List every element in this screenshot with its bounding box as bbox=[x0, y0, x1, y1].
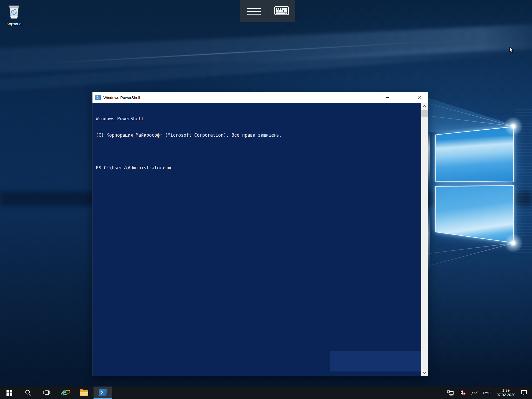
window-title: Windows PowerShell bbox=[103, 95, 140, 100]
console-scrollbar[interactable] bbox=[421, 103, 428, 376]
search-button[interactable] bbox=[19, 387, 37, 399]
recycle-bin-icon bbox=[6, 16, 22, 21]
wallpaper-corner-glint bbox=[502, 232, 524, 254]
network-icon bbox=[447, 390, 454, 396]
file-explorer-icon bbox=[80, 389, 88, 396]
minimize-icon bbox=[386, 97, 389, 98]
powershell-icon bbox=[98, 389, 107, 396]
keyboard-button[interactable] bbox=[268, 0, 296, 22]
wallpaper-glow-triangle bbox=[426, 88, 516, 132]
wallpaper-light-beam bbox=[0, 23, 532, 75]
windows-logo-icon bbox=[6, 390, 12, 396]
volume-tray-button[interactable] bbox=[457, 387, 469, 399]
action-center-button[interactable] bbox=[518, 387, 530, 399]
recycle-bin-desktop-icon[interactable]: Корзина bbox=[3, 4, 25, 26]
chevron-up-icon bbox=[423, 105, 426, 107]
keyboard-icon bbox=[274, 6, 289, 16]
recycle-bin-label: Корзина bbox=[3, 22, 25, 26]
task-view-icon bbox=[43, 390, 50, 396]
scrollbar-up-button[interactable] bbox=[421, 103, 428, 109]
action-center-icon bbox=[521, 390, 527, 396]
console-line: (C) Корпорация Майкрософт (Microsoft Cor… bbox=[96, 132, 420, 138]
start-button[interactable] bbox=[0, 387, 19, 399]
menu-button[interactable] bbox=[240, 0, 268, 22]
language-indicator[interactable]: РУС bbox=[481, 387, 494, 399]
hamburger-icon bbox=[247, 8, 261, 15]
task-view-button[interactable] bbox=[37, 387, 56, 399]
wallpaper-corner-glint bbox=[502, 115, 524, 137]
wallpaper-light-beam bbox=[0, 42, 530, 92]
tray-time: 1:39 bbox=[502, 388, 510, 393]
powershell-app-icon bbox=[95, 95, 101, 100]
windows-logo-bottom-pane bbox=[435, 185, 514, 243]
powershell-taskbar-button[interactable] bbox=[94, 387, 112, 399]
network-tray-button[interactable] bbox=[444, 387, 457, 399]
wallpaper-light-streak bbox=[47, 41, 436, 64]
windows-desktop: Корзина bbox=[0, 0, 532, 399]
volume-muted-icon bbox=[459, 390, 466, 396]
taskbar: e bbox=[0, 387, 532, 399]
prompt-text: PS C:\Users\Administrator> bbox=[96, 165, 165, 170]
mouse-cursor bbox=[509, 47, 514, 55]
powershell-window: Windows PowerShell Windows PowerShell (C… bbox=[92, 92, 428, 376]
internet-explorer-button[interactable]: e bbox=[56, 387, 75, 399]
windows-logo-top-pane bbox=[435, 126, 514, 182]
minimize-button[interactable] bbox=[380, 92, 396, 103]
console-area[interactable]: Windows PowerShell (C) Корпорация Майкро… bbox=[92, 103, 428, 376]
console-highlight-region bbox=[330, 351, 421, 371]
text-cursor bbox=[168, 167, 171, 169]
windows-ink-tray-button[interactable] bbox=[469, 387, 481, 399]
search-icon bbox=[25, 389, 31, 396]
scrollbar-thumb[interactable] bbox=[421, 110, 428, 117]
internet-explorer-icon: e bbox=[61, 389, 70, 397]
close-icon bbox=[418, 96, 422, 99]
caption-buttons bbox=[380, 92, 428, 103]
maximize-icon bbox=[402, 96, 405, 99]
clock[interactable]: 1:39 07.02.2020 bbox=[494, 387, 518, 399]
chevron-down-icon bbox=[423, 372, 426, 374]
console-blank-line bbox=[96, 149, 420, 154]
tray-date: 07.02.2020 bbox=[496, 393, 515, 397]
file-explorer-button[interactable] bbox=[75, 387, 94, 399]
system-tray: РУС 1:39 07.02.2020 bbox=[444, 387, 532, 399]
pen-icon bbox=[471, 390, 478, 395]
maximize-button[interactable] bbox=[396, 92, 412, 103]
close-button[interactable] bbox=[412, 92, 428, 103]
vm-console-toolbar bbox=[240, 0, 295, 22]
console-output: Windows PowerShell (C) Корпорация Майкро… bbox=[96, 105, 420, 182]
scrollbar-down-button[interactable] bbox=[421, 370, 428, 376]
console-prompt-line: PS C:\Users\Administrator> bbox=[96, 165, 420, 171]
powershell-titlebar[interactable]: Windows PowerShell bbox=[92, 92, 428, 103]
console-line: Windows PowerShell bbox=[96, 116, 420, 122]
wallpaper-texture-streaks bbox=[515, 109, 532, 255]
